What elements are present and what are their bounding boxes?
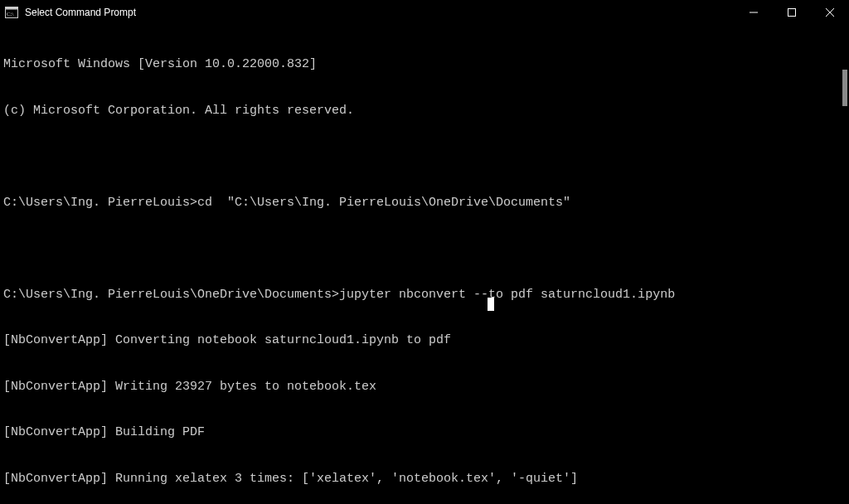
svg-rect-1 bbox=[6, 7, 18, 10]
titlebar[interactable]: C:\ Select Command Prompt bbox=[0, 0, 849, 25]
minimize-button[interactable] bbox=[735, 0, 773, 25]
svg-text:C:\: C:\ bbox=[7, 11, 14, 17]
terminal-line: (c) Microsoft Corporation. All rights re… bbox=[3, 104, 846, 119]
terminal-line bbox=[3, 241, 846, 257]
cmd-icon: C:\ bbox=[5, 6, 18, 19]
terminal-line: C:\Users\Ing. PierreLouis>cd "C:\Users\I… bbox=[3, 196, 846, 211]
maximize-button[interactable] bbox=[773, 0, 811, 25]
scrollbar-thumb[interactable] bbox=[842, 70, 847, 106]
window-title: Select Command Prompt bbox=[25, 7, 136, 18]
terminal-line: C:\Users\Ing. PierreLouis\OneDrive\Docum… bbox=[3, 288, 846, 303]
command-prompt-window: C:\ Select Command Prompt Microsoft Wind… bbox=[0, 0, 849, 504]
scrollbar-track[interactable] bbox=[837, 25, 849, 504]
terminal-line: [NbConvertApp] Building PDF bbox=[3, 425, 846, 441]
terminal-output[interactable]: Microsoft Windows [Version 10.0.22000.83… bbox=[0, 25, 849, 504]
terminal-line bbox=[3, 149, 846, 165]
svg-rect-4 bbox=[788, 9, 796, 17]
terminal-line: [NbConvertApp] Running xelatex 3 times: … bbox=[3, 472, 846, 487]
terminal-line: [NbConvertApp] Writing 23927 bytes to no… bbox=[3, 380, 846, 395]
text-cursor bbox=[488, 298, 494, 311]
terminal-line: Microsoft Windows [Version 10.0.22000.83… bbox=[3, 57, 846, 73]
terminal-line: [NbConvertApp] Converting notebook satur… bbox=[3, 333, 846, 349]
close-button[interactable] bbox=[811, 0, 849, 25]
